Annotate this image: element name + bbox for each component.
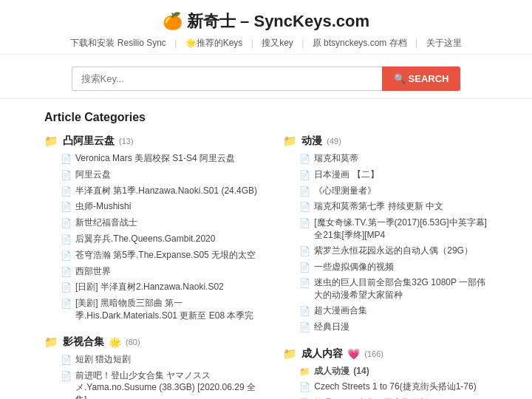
folder-icon: 📁 (299, 366, 310, 378)
category-adult-list: 📁 成人动漫 (14) 📄Czech Streets 1 to 76(捷克街头搭… (283, 365, 488, 399)
nav-item-keys[interactable]: 🌟推荐的Keys (185, 38, 243, 48)
category-anime-title: 📁 动漫 (49) (283, 134, 488, 148)
doc-icon: 📄 (61, 233, 72, 246)
category-films-title: 📁 影视合集 🌟 (80) (44, 335, 261, 349)
search-input[interactable] (72, 66, 382, 91)
category-anime: 📁 动漫 (49) 📄瑞克和莫蒂 📄日本漫画 【二】 📄《心理测量者》 📄瑞克和… (283, 134, 488, 334)
doc-icon: 📄 (299, 217, 310, 230)
category-films-list: 📄短剧 猎边短剧 📄前进吧！登山少女合集 ヤマノススメ.Yama.no.Susu… (44, 353, 261, 399)
list-item: 📄西部世界 (61, 265, 261, 279)
nav-item-about[interactable]: 关于这里 (426, 38, 462, 48)
doc-icon: 📄 (299, 153, 310, 166)
category-adult-title: 📁 成人内容 💗 (166) (283, 347, 488, 361)
doc-icon: 📄 (61, 185, 72, 198)
doc-icon: 📄 (299, 185, 310, 198)
doc-icon: 📄 (299, 245, 310, 258)
list-item: 📄[魔女奇缘.TV.第一季(2017)[6.53G]中英字幕]全21集[季终][… (299, 216, 488, 242)
list-item: 📄一些虚拟偶像的视频 (299, 261, 488, 274)
list-item: 📄日本漫画 【二】 (299, 168, 488, 182)
search-button[interactable]: 🔍 SEARCH (382, 66, 461, 91)
logo-icon: 🍊 (163, 12, 183, 31)
list-item: 📄后翼弃兵.The.Queens.Gambit.2020 (61, 233, 261, 246)
doc-icon: 📄 (299, 321, 310, 334)
doc-icon: 📄 (61, 250, 72, 262)
list-item: 📄[美剧] 黑暗物质三部曲 第一季.His.Dark.Materials.S01… (61, 297, 261, 322)
nav-item-search[interactable]: 搜又key (262, 38, 293, 48)
list-item: 📄[日剧] 半泽直树2.Hanzawa.Naoki.S02 (61, 281, 261, 294)
doc-icon: 📄 (299, 201, 310, 214)
left-column: 📁 凸阿里云盘 (13) 📄Veronica Mars 美眉校探 S1-S4 阿… (44, 134, 261, 399)
category-adult: 📁 成人内容 💗 (166) 📁 成人动漫 (14) 📄Czech Street… (283, 347, 488, 399)
list-item: 📄瑞克和莫蒂第七季 持续更新 中文 (299, 200, 488, 214)
list-item: 📄Czech Streets 1 to 76(捷克街头搭讪1-76) (299, 381, 488, 394)
doc-icon: 📄 (61, 298, 72, 310)
category-films: 📁 影视合集 🌟 (80) 📄短剧 猎边短剧 📄前进吧！登山少女合集 ヤマノスス… (44, 335, 261, 399)
doc-icon: 📄 (61, 153, 72, 166)
nav-item-resilio[interactable]: 下载和安装 Resilio Sync (70, 38, 166, 48)
categories-grid: 📁 凸阿里云盘 (13) 📄Veronica Mars 美眉校探 S1-S4 阿… (44, 134, 488, 399)
folder-icon: 📁 (44, 335, 58, 349)
search-bar: 🔍 SEARCH (0, 55, 532, 99)
doc-icon: 📄 (61, 282, 72, 294)
doc-icon: 📄 (61, 354, 72, 366)
doc-icon: 📄 (61, 370, 72, 383)
list-item: 📄半泽直树 第1季.Hanzawa.Naoki.S01 (24.4GB) (61, 185, 261, 198)
list-item: 📄《心理测量者》 (299, 185, 488, 198)
main-content: Article Categories 📁 凸阿里云盘 (13) 📄Veronic… (0, 99, 532, 399)
top-nav: 下载和安装 Resilio Sync | 🌟推荐的Keys | 搜又key | … (0, 37, 532, 50)
doc-icon: 📄 (299, 262, 310, 274)
page-header: 🍊 新奇士 – SyncKeys.com 下载和安装 Resilio Sync … (0, 0, 532, 55)
list-item: 📄经典日漫 (299, 321, 488, 334)
folder-icon: 📁 (44, 134, 58, 148)
category-aliyun-title: 📁 凸阿里云盘 (13) (44, 134, 261, 148)
doc-icon: 📄 (299, 381, 310, 394)
right-column: 📁 动漫 (49) 📄瑞克和莫蒂 📄日本漫画 【二】 📄《心理测量者》 📄瑞克和… (283, 134, 488, 399)
category-anime-list: 📄瑞克和莫蒂 📄日本漫画 【二】 📄《心理测量者》 📄瑞克和莫蒂第七季 持续更新… (283, 152, 488, 334)
section-title: Article Categories (44, 111, 488, 124)
list-item: 📄虫师-Mushishi (61, 200, 261, 214)
category-aliyun-list: 📄Veronica Mars 美眉校探 S1-S4 阿里云盘 📄阿里云盘 📄半泽… (44, 152, 261, 322)
list-item: 📄苍穹浩瀚 第5季.The.Expanse.S05 无垠的太空 (61, 249, 261, 262)
doc-icon: 📄 (61, 201, 72, 214)
search-icon: 🔍 (394, 73, 406, 84)
list-item: 📄前进吧！登山少女合集 ヤマノススメ.Yama.no.Susume (38.3G… (61, 369, 261, 399)
list-item: 📄瑞克和莫蒂 (299, 152, 488, 166)
list-item: 📄阿里云盘 (61, 168, 261, 182)
list-item: 📁 成人动漫 (14) (299, 365, 488, 378)
doc-icon: 📄 (61, 169, 72, 182)
site-title: 🍊 新奇士 – SyncKeys.com (0, 10, 532, 33)
list-item: 📄迷虫的巨人目前全部合集32G 1080P 一部伟大的动漫希望大家留种 (299, 276, 488, 301)
list-item: 📄超大漫画合集 (299, 304, 488, 318)
nav-item-archive[interactable]: 原 btsynckeys.com 存档 (313, 38, 407, 48)
list-item: 📄紫罗兰永恒花园永远的自动人偶（29G） (299, 245, 488, 258)
folder-icon: 📁 (283, 347, 297, 361)
doc-icon: 📄 (299, 169, 310, 182)
list-item: 📄Veronica Mars 美眉校探 S1-S4 阿里云盘 (61, 152, 261, 166)
category-aliyun: 📁 凸阿里云盘 (13) 📄Veronica Mars 美眉校探 S1-S4 阿… (44, 134, 261, 322)
doc-icon: 📄 (299, 305, 310, 318)
list-item: 📄新世纪福音战士 (61, 216, 261, 230)
list-item: 📄短剧 猎边短剧 (61, 353, 261, 366)
folder-icon: 📁 (283, 134, 297, 148)
doc-icon: 📄 (61, 217, 72, 230)
doc-icon: 📄 (61, 266, 72, 279)
doc-icon: 📄 (299, 277, 310, 290)
